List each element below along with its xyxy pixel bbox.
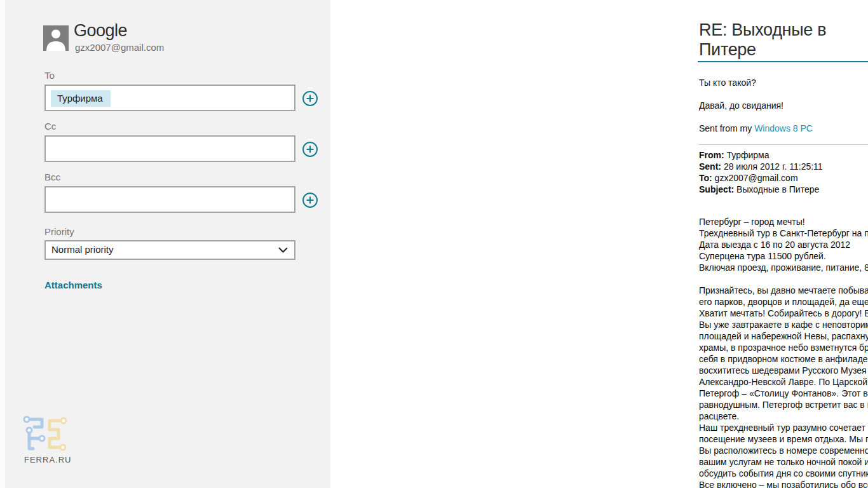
quoted-header-label: From: (699, 150, 724, 160)
quoted-header-subject: Subject: Выходные в Питере (699, 184, 823, 195)
quoted-header-value: Турфирма (724, 150, 770, 160)
windows-8-pc-link[interactable]: Windows 8 PC (754, 123, 813, 133)
bcc-field-box (44, 186, 295, 213)
add-cc-recipient-button[interactable] (302, 141, 318, 158)
quoted-message-divider (699, 144, 868, 145)
priority-selected-value: Normal priority (51, 244, 114, 255)
to-label: To (44, 70, 55, 81)
quoted-header-sent: Sent: 28 июля 2012 г. 11:25:11 (699, 161, 823, 172)
quoted-header-label: Sent: (699, 161, 721, 172)
quoted-message-headers: From: Турфирма Sent: 28 июля 2012 г. 11:… (699, 149, 823, 195)
plus-circle-icon (302, 141, 318, 158)
ferra-logo-icon (19, 414, 95, 454)
quoted-header-value: Выходные в Питере (734, 184, 819, 194)
attachments-link[interactable]: Attachments (44, 280, 102, 290)
chevron-down-icon (278, 247, 288, 253)
watermark: FERRA.RU (19, 414, 95, 464)
priority-dropdown[interactable]: Normal priority (44, 240, 295, 260)
mail-app-window: Google gzx2007@gmail.com To Турфирма Cc (0, 0, 868, 488)
title-underline (698, 61, 868, 62)
plus-circle-icon (302, 90, 318, 107)
cc-input[interactable] (46, 137, 294, 161)
message-subject-title: RE: Выходные в Питере (699, 20, 868, 60)
watermark-label: FERRA.RU (24, 455, 95, 464)
quoted-header-from: From: Турфирма (699, 149, 823, 161)
account-provider: Google (74, 21, 127, 41)
quoted-header-to: To: gzx2007@gmail.com (699, 172, 823, 184)
quoted-header-label: To: (699, 173, 712, 183)
quoted-header-value: gzx2007@gmail.com (712, 173, 798, 183)
person-silhouette-icon (43, 25, 69, 51)
priority-label: Priority (44, 226, 74, 237)
bcc-label: Bcc (44, 172, 60, 182)
signature-line: Sent from my Windows 8 PC (699, 123, 813, 134)
left-edge-strip (0, 0, 5, 488)
quoted-header-value: 28 июля 2012 г. 11:25:11 (721, 161, 823, 172)
message-pane: RE: Выходные в Питере Ты кто такой? (330, 0, 868, 488)
reply-text-line: Ты кто такой? (699, 77, 756, 88)
quoted-message-body: Петербург – город мечты! Трехдневный тур… (699, 216, 868, 488)
account-email: gzx2007@gmail.com (75, 42, 164, 53)
compose-pane: Google gzx2007@gmail.com To Турфирма Cc (5, 0, 330, 488)
recipient-chip[interactable]: Турфирма (51, 90, 111, 107)
bcc-input[interactable] (46, 187, 294, 212)
add-to-recipient-button[interactable] (302, 90, 318, 107)
add-bcc-recipient-button[interactable] (302, 192, 318, 208)
cc-field-box (44, 135, 295, 162)
reply-text-line: Давай, до свидания! (699, 100, 783, 111)
cc-label: Cc (44, 121, 56, 132)
signature-prefix: Sent from my (699, 123, 754, 133)
account-avatar (43, 25, 69, 51)
plus-circle-icon (302, 192, 318, 208)
to-field[interactable]: Турфирма (44, 85, 295, 111)
quoted-header-label: Subject: (699, 184, 734, 194)
